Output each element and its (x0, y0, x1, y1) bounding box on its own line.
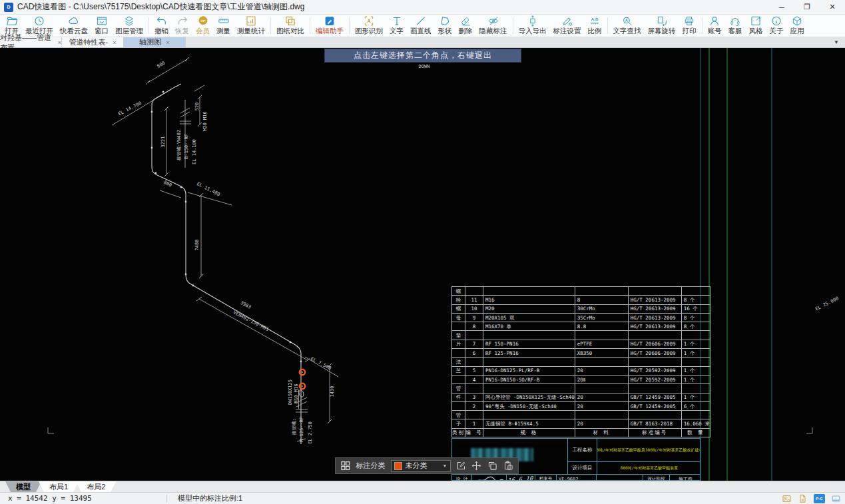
tool-vip-member[interactable]: VIP 会员 (192, 15, 213, 37)
chevron-down-icon: ▼ (443, 463, 447, 468)
svg-text:EL 11.480: EL 11.480 (196, 181, 220, 197)
svg-text:800: 800 (162, 180, 172, 188)
weld-dots (151, 91, 302, 363)
bom-row: 兰5PN16-DN125-PL/RF-B20HG/T 20592-20091 个 (452, 366, 710, 375)
tool-label: 导入导出 (519, 27, 547, 35)
tool-undo[interactable]: 撤销 (151, 15, 172, 37)
tool-label: 文字 (390, 27, 404, 35)
tool-drawing-compare[interactable]: 图纸对比 (273, 15, 308, 37)
copy-annotation-button[interactable] (487, 460, 498, 471)
bom-row: 母9M20X105 双35CrMoHG/T 20613-20098 个 (452, 313, 710, 322)
tool-hide-annotations[interactable]: 隐藏标注 (476, 15, 511, 37)
tool-find-text[interactable]: 文字查找 (610, 15, 645, 37)
tool-text[interactable]: 文字 (386, 15, 407, 37)
layout-tab-layout2[interactable]: 布局2 (76, 481, 116, 492)
tool-measure-stats[interactable]: 测量统计 (234, 15, 268, 37)
pencil-gear-icon (561, 15, 574, 27)
minimize-button[interactable]: ─ (769, 0, 794, 15)
bom-row: 8M16X70 单8.8HG/T 20613-20098 个 (452, 322, 710, 331)
tab-list-dropdown-icon[interactable]: ▼ (828, 37, 845, 47)
doc-tab-pipe-spec-table[interactable]: 管道特性表-× (62, 37, 124, 47)
tool-label: 形状 (438, 27, 452, 35)
tool-scale[interactable]: A:B 比例 (585, 15, 605, 37)
annotation-scale-text: 模型中的标注比例:1 (178, 493, 242, 503)
doc-tab-isometric[interactable]: 轴测图× (124, 37, 186, 47)
tool-shape-recognition[interactable]: 图形识别 (352, 15, 386, 37)
text-icon (390, 15, 404, 27)
toolbar-separator (270, 17, 271, 34)
clock-icon (33, 15, 46, 27)
title-bar: D CAD快速看图 - C:\Users\75175\Desktop\CAD快速… (0, 0, 845, 15)
tool-edit-assistant[interactable]: 编辑助手 (312, 15, 347, 37)
layout-tab-layout1[interactable]: 布局1 (39, 481, 79, 492)
tool-cloud-drive[interactable]: 快看云盘 (57, 15, 91, 37)
printer-icon (683, 15, 696, 27)
doc-no-value: VF-9602 (557, 475, 597, 481)
toolbar-separator (148, 17, 149, 34)
tool-apps[interactable]: 应用 (787, 15, 808, 37)
tool-support[interactable]: 客服 (725, 15, 746, 37)
pdf-to-cad-button[interactable]: P-C (814, 494, 825, 503)
paste-annotation-button[interactable] (503, 460, 513, 471)
tool-annotation-settings[interactable]: 标注设置 (550, 15, 585, 37)
move-annotation-button[interactable] (471, 460, 482, 471)
headset-icon (728, 15, 742, 27)
svg-text:3221: 3221 (160, 136, 166, 148)
tool-measure[interactable]: 测量 (213, 15, 234, 37)
tool-label: 编辑助手 (316, 27, 344, 35)
window-panel-icon[interactable] (831, 494, 841, 503)
annotation-markers[interactable] (300, 370, 305, 389)
toolbar-separator (349, 17, 350, 34)
tool-account[interactable]: 账号 (704, 15, 725, 37)
tool-redo[interactable]: 恢复 (172, 15, 192, 37)
edit-annotation-button[interactable] (456, 460, 467, 471)
tool-shapes[interactable]: 形状 (435, 15, 455, 37)
pdf-export-icon[interactable] (798, 494, 808, 503)
tool-window[interactable]: 窗口 (91, 15, 112, 37)
tool-print[interactable]: 打印 (679, 15, 700, 37)
toolbar-separator (607, 17, 608, 34)
designer-signature (472, 475, 507, 481)
image-export-icon[interactable] (782, 494, 792, 503)
tool-label: 打印 (683, 27, 697, 35)
toolbar-separator (513, 17, 513, 34)
status-bar: x = 14542 y = 13495 模型中的标注比例:1 P-C (0, 492, 845, 504)
tool-layer-manager[interactable]: 图层管理 (112, 15, 146, 37)
svg-text:VIP: VIP (200, 19, 205, 23)
annotation-category-dropdown[interactable]: 未分类 ▼ (391, 460, 451, 472)
tool-theme[interactable]: 风格 (746, 15, 766, 37)
cursor-coordinates: x = 14542 y = 13495 (8, 494, 166, 503)
tool-import-export[interactable]: 导入导出 (515, 15, 550, 37)
tool-label: 测量统计 (237, 27, 265, 35)
bom-row: 片7RF 150-PN16ePTFEHG/T 20606-20091 个 (452, 340, 710, 348)
tab-close-icon[interactable]: × (58, 39, 61, 46)
svg-text:M10 M16: M10 M16 (294, 383, 299, 403)
svg-text:800: 800 (156, 61, 166, 69)
window-title: CAD快速看图 - C:\Users\75175\Desktop\CAD快速看图… (17, 1, 304, 13)
tool-draw-line[interactable]: 画直线 (407, 15, 435, 37)
doc-tab-piping-layout[interactable]: 对羟基——管道布置× (0, 37, 62, 47)
cad-canvas[interactable]: 800EL 14.7003221520M20 M16接管嘴:VN402B-150… (0, 48, 845, 481)
hint-bar: 点击左键选择第二个角点，右键退出 (324, 49, 521, 63)
layout-tab-model[interactable]: 模型 (5, 481, 41, 492)
tool-label: 会员 (196, 27, 210, 35)
maximize-button[interactable]: ❐ (794, 0, 820, 15)
undo-icon (155, 15, 168, 27)
tool-label: 文字查找 (613, 27, 641, 35)
tab-label: 管道特性表- (69, 37, 109, 47)
tool-about[interactable]: 关于 (766, 15, 787, 37)
tab-close-icon[interactable]: × (166, 39, 169, 46)
tool-delete[interactable]: 删除 (455, 15, 476, 37)
annotation-toolbar: 标注分类 未分类 ▼ (335, 457, 519, 474)
tab-close-icon[interactable]: × (113, 39, 116, 46)
tool-screen-rotate[interactable]: 屏幕旋转 (645, 15, 679, 37)
tool-label: 图纸对比 (276, 27, 304, 35)
search-icon (621, 15, 634, 27)
app-window: D CAD快速看图 - C:\Users\75175\Desktop\CAD快速… (0, 0, 845, 504)
toolbar-separator (310, 17, 310, 34)
tool-label: 应用 (790, 27, 804, 35)
grid-view-icon[interactable] (340, 460, 351, 471)
close-button[interactable]: ✕ (820, 0, 845, 15)
tool-label: 测量 (216, 27, 230, 35)
svg-text:EL 25.000: EL 25.000 (814, 296, 839, 312)
